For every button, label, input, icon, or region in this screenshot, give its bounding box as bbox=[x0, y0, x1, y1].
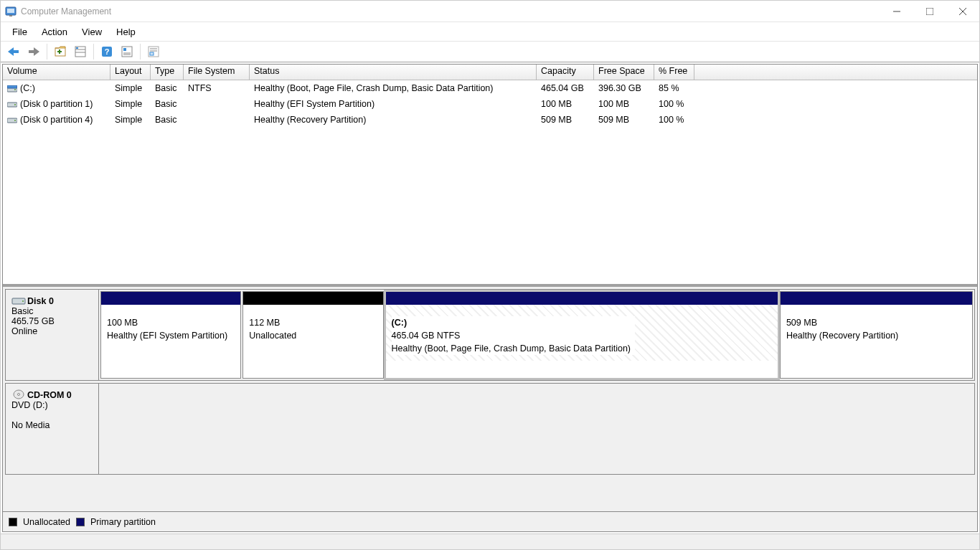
col-header-spacer bbox=[694, 65, 977, 80]
drive-icon bbox=[7, 85, 17, 92]
svg-rect-25 bbox=[7, 85, 17, 88]
window-title: Computer Management bbox=[21, 6, 111, 16]
disk-row: Disk 0Basic465.75 GBOnline100 MBHealthy … bbox=[5, 289, 975, 381]
disk-partitions: 100 MBHealthy (EFI System Partition)112 … bbox=[99, 290, 974, 380]
svg-rect-13 bbox=[76, 47, 78, 49]
properties-icon[interactable] bbox=[72, 43, 89, 60]
disk-pane: Disk 0Basic465.75 GBOnline100 MBHealthy … bbox=[3, 287, 977, 531]
svg-rect-1 bbox=[7, 9, 14, 13]
table-row[interactable]: (C:)SimpleBasicNTFSHealthy (Boot, Page F… bbox=[3, 80, 977, 96]
menu-action[interactable]: Action bbox=[34, 24, 75, 39]
table-row[interactable]: (Disk 0 partition 1)SimpleBasicHealthy (… bbox=[3, 96, 977, 112]
svg-rect-2 bbox=[9, 15, 12, 16]
disk-partitions bbox=[99, 384, 974, 474]
col-header-layout[interactable]: Layout bbox=[110, 65, 151, 80]
disk-rows: Disk 0Basic465.75 GBOnline100 MBHealthy … bbox=[3, 287, 977, 511]
legend-swatch-primary bbox=[76, 518, 85, 526]
partition-primary[interactable]: 509 MBHealthy (Recovery Partition) bbox=[780, 291, 973, 379]
close-button[interactable] bbox=[946, 1, 979, 22]
menu-help[interactable]: Help bbox=[109, 24, 143, 39]
disk-label[interactable]: CD-ROM 0DVD (D:)No Media bbox=[6, 384, 99, 474]
legend-primary: Primary partition bbox=[90, 517, 156, 527]
main-pane: Volume Layout Type File System Status Ca… bbox=[2, 64, 978, 532]
status-bar bbox=[1, 534, 979, 549]
col-header-capacity[interactable]: Capacity bbox=[537, 65, 594, 80]
volume-list-body[interactable]: (C:)SimpleBasicNTFSHealthy (Boot, Page F… bbox=[3, 80, 977, 284]
col-header-type[interactable]: Type bbox=[151, 65, 184, 80]
svg-point-32 bbox=[22, 300, 24, 302]
disk-label[interactable]: Disk 0Basic465.75 GBOnline bbox=[6, 290, 99, 380]
disk-row: CD-ROM 0DVD (D:)No Media bbox=[5, 383, 975, 475]
app-icon bbox=[5, 6, 17, 17]
maximize-button[interactable] bbox=[913, 1, 946, 22]
col-header-status[interactable]: Status bbox=[250, 65, 537, 80]
titlebar: Computer Management bbox=[1, 1, 979, 22]
partition-unallocated[interactable]: 112 MBUnallocated bbox=[242, 291, 383, 379]
window: Computer Management File Action View Hel… bbox=[0, 0, 980, 550]
volume-list: Volume Layout Type File System Status Ca… bbox=[3, 65, 977, 287]
svg-rect-17 bbox=[123, 48, 126, 51]
partition-icon bbox=[7, 100, 17, 108]
partition-primary[interactable]: 100 MBHealthy (EFI System Partition) bbox=[100, 291, 241, 379]
forward-button[interactable] bbox=[25, 43, 42, 60]
col-header-volume[interactable]: Volume bbox=[3, 65, 110, 80]
svg-rect-8 bbox=[29, 50, 34, 53]
menu-file[interactable]: File bbox=[5, 24, 34, 39]
legend-unallocated: Unallocated bbox=[23, 517, 70, 527]
minimize-button[interactable] bbox=[880, 1, 913, 22]
toolbar: ? bbox=[1, 41, 979, 62]
volume-list-header: Volume Layout Type File System Status Ca… bbox=[3, 65, 977, 80]
menubar: File Action View Help bbox=[1, 22, 979, 41]
table-row[interactable]: (Disk 0 partition 4)SimpleBasicHealthy (… bbox=[3, 112, 977, 128]
legend: Unallocated Primary partition bbox=[3, 511, 977, 531]
col-header-fs[interactable]: File System bbox=[184, 65, 250, 80]
svg-rect-23 bbox=[150, 52, 154, 55]
svg-point-34 bbox=[18, 394, 20, 396]
partition-primary[interactable]: (C:)465.04 GB NTFSHealthy (Boot, Page Fi… bbox=[385, 291, 778, 379]
refresh-icon[interactable] bbox=[52, 43, 69, 60]
col-header-free[interactable]: Free Space bbox=[594, 65, 654, 80]
col-header-pct[interactable]: % Free bbox=[654, 65, 694, 80]
svg-point-26 bbox=[14, 89, 16, 90]
legend-swatch-unallocated bbox=[9, 518, 17, 526]
back-button[interactable] bbox=[5, 43, 22, 60]
svg-point-28 bbox=[14, 104, 16, 105]
help-icon[interactable]: ? bbox=[98, 43, 116, 60]
settings-icon[interactable] bbox=[118, 43, 136, 60]
svg-point-30 bbox=[14, 120, 16, 121]
list-icon[interactable] bbox=[145, 43, 162, 60]
svg-text:?: ? bbox=[105, 47, 110, 56]
partition-icon bbox=[7, 116, 17, 123]
menu-view[interactable]: View bbox=[75, 24, 109, 39]
svg-rect-4 bbox=[926, 8, 933, 15]
svg-rect-7 bbox=[13, 50, 19, 53]
